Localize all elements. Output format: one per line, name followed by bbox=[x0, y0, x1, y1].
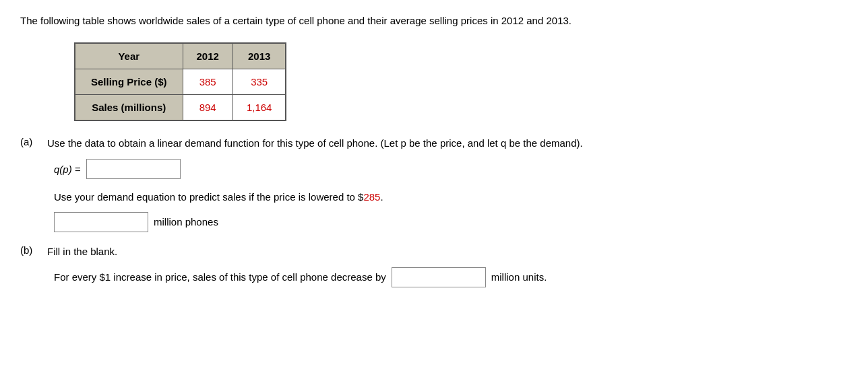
fill-blank-row: For every $1 increase in price, sales of… bbox=[54, 267, 848, 287]
intro-text: The following table shows worldwide sale… bbox=[20, 13, 848, 29]
predict-answer-row: million phones bbox=[54, 212, 848, 232]
table-header-year: Year bbox=[75, 43, 183, 69]
part-a-letter: (a) bbox=[20, 136, 40, 147]
fill-blank-input[interactable] bbox=[392, 267, 486, 287]
row-label-sales: Sales (millions) bbox=[75, 94, 183, 120]
part-b-letter: (b) bbox=[20, 244, 40, 256]
predict-text-after: . bbox=[380, 191, 383, 203]
part-a-question: Use the data to obtain a linear demand f… bbox=[47, 136, 583, 151]
predict-input[interactable] bbox=[54, 212, 148, 232]
table-header-2012: 2012 bbox=[183, 43, 232, 69]
table-row: Selling Price ($) 385 335 bbox=[75, 69, 286, 94]
predict-price: 285 bbox=[363, 191, 380, 203]
sales-2012: 894 bbox=[183, 94, 232, 120]
part-a-label: (a) Use the data to obtain a linear dema… bbox=[20, 136, 848, 151]
table-header-2013: 2013 bbox=[232, 43, 286, 69]
fill-blank-text-before: For every $1 increase in price, sales of… bbox=[54, 270, 386, 285]
predict-text-before: Use your demand equation to predict sale… bbox=[54, 191, 363, 203]
qp-answer-row: q(p) = bbox=[54, 159, 848, 179]
qp-input[interactable] bbox=[86, 159, 181, 179]
table-container: Year 2012 2013 Selling Price ($) 385 335… bbox=[74, 42, 848, 121]
qp-label: q(p) = bbox=[54, 164, 81, 175]
table-row: Sales (millions) 894 1,164 bbox=[75, 94, 286, 120]
data-table: Year 2012 2013 Selling Price ($) 385 335… bbox=[74, 42, 286, 121]
unit-label: million phones bbox=[154, 216, 218, 228]
part-b-section: (b) Fill in the blank. For every $1 incr… bbox=[20, 244, 848, 288]
part-b-question: Fill in the blank. bbox=[47, 244, 117, 260]
fill-blank-text-after: million units. bbox=[491, 270, 547, 285]
part-a-section: (a) Use the data to obtain a linear dema… bbox=[20, 136, 848, 232]
row-label-selling-price: Selling Price ($) bbox=[75, 69, 183, 94]
sales-2013: 1,164 bbox=[232, 94, 286, 120]
selling-price-2013: 335 bbox=[232, 69, 286, 94]
part-b-label: (b) Fill in the blank. bbox=[20, 244, 848, 260]
selling-price-2012: 385 bbox=[183, 69, 232, 94]
predict-text: Use your demand equation to predict sale… bbox=[54, 190, 848, 205]
